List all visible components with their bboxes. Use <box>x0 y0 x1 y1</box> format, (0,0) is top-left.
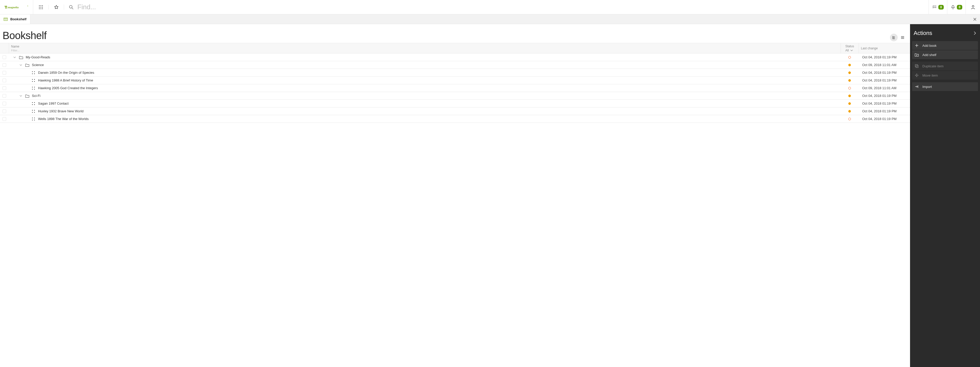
table-row[interactable]: Sagan 1997 ContactOct 04, 2018 01:19 PM <box>0 100 910 107</box>
notifications-button[interactable]: 0 <box>947 0 966 14</box>
table-row[interactable]: Wells 1898 The War of the WorldsOct 04, … <box>0 115 910 123</box>
expander-toggle[interactable] <box>13 57 16 58</box>
content-table: Name Filter... Status All Last change <box>0 43 910 123</box>
row-name-cell[interactable]: Sagan 1997 Contact <box>9 100 841 107</box>
list-view-icon <box>900 35 905 40</box>
close-tab-button[interactable] <box>970 14 980 24</box>
bell-icon <box>951 5 955 10</box>
action-move: Move item <box>912 71 978 79</box>
row-name-label: Huxley 1932 Brave New World <box>38 109 84 113</box>
expander-toggle[interactable] <box>19 95 22 97</box>
row-name-cell[interactable]: Darwin 1859 On the Origin of Species <box>9 69 841 76</box>
row-name-cell[interactable]: Sci-Fi <box>9 92 841 100</box>
folder-icon <box>25 94 29 98</box>
row-select[interactable] <box>0 69 9 76</box>
checkbox-icon[interactable] <box>3 102 6 105</box>
row-name-label: Science <box>32 63 44 67</box>
table-body: My-Good-ReadsOct 04, 2018 01:19 PMScienc… <box>0 54 910 123</box>
row-select[interactable] <box>0 115 9 122</box>
actions-header[interactable]: Actions <box>912 26 978 41</box>
row-last-change: Oct 04, 2018 01:19 PM <box>859 54 910 61</box>
row-select[interactable] <box>0 100 9 107</box>
table-row[interactable]: Huxley 1932 Brave New WorldOct 04, 2018 … <box>0 107 910 115</box>
checkbox-icon[interactable] <box>3 63 6 67</box>
th-select <box>0 43 9 53</box>
th-name-filter[interactable]: Filter... <box>11 49 838 52</box>
row-select[interactable] <box>0 107 9 115</box>
search-icon <box>69 5 74 10</box>
row-select[interactable] <box>0 54 9 61</box>
svg-point-29 <box>32 81 33 82</box>
page-title-row: Bookshelf <box>0 24 910 43</box>
row-status <box>841 107 859 115</box>
list-view-toggle[interactable] <box>899 34 907 41</box>
status-indicator-icon <box>848 102 851 105</box>
row-select[interactable] <box>0 76 9 84</box>
row-name-cell[interactable]: Hawking 2005 God Created the Integers <box>9 84 841 92</box>
svg-point-34 <box>34 89 35 89</box>
app-tab-bookshelf[interactable]: Bookshelf <box>0 14 30 24</box>
checkbox-icon[interactable] <box>3 117 6 121</box>
checkbox-icon[interactable] <box>3 71 6 75</box>
svg-point-7 <box>42 7 43 8</box>
th-name[interactable]: Name Filter... <box>9 43 841 53</box>
action-import[interactable]: Import <box>912 82 978 91</box>
status-indicator-icon <box>848 110 851 113</box>
profile-button[interactable] <box>966 0 980 14</box>
import-icon <box>915 85 919 88</box>
th-last-change[interactable]: Last change <box>859 43 910 53</box>
table-row[interactable]: Hawking 2005 God Created the IntegersOct… <box>0 84 910 92</box>
checkbox-icon[interactable] <box>3 86 6 90</box>
row-last-change: Oct 04, 2018 01:19 PM <box>859 100 910 107</box>
table-row[interactable]: My-Good-ReadsOct 04, 2018 01:19 PM <box>0 54 910 61</box>
th-status[interactable]: Status All <box>841 43 859 53</box>
row-name-cell[interactable]: My-Good-Reads <box>9 54 841 61</box>
tasks-button[interactable]: 0 <box>929 0 947 14</box>
row-select[interactable] <box>0 84 9 92</box>
table-row[interactable]: Darwin 1859 On the Origin of SpeciesOct … <box>0 69 910 76</box>
action-label: Add shelf <box>923 53 936 57</box>
app-launcher-button[interactable] <box>33 5 49 10</box>
checkbox-icon[interactable] <box>3 110 6 113</box>
tab-strip-filler <box>30 14 970 24</box>
svg-line-12 <box>72 8 73 9</box>
tree-view-toggle[interactable] <box>890 34 898 41</box>
close-icon <box>973 17 977 21</box>
content-icon <box>31 86 35 90</box>
table-row[interactable]: ScienceOct 09, 2018 11:01 AM <box>0 61 910 69</box>
checkbox-icon[interactable] <box>3 56 6 59</box>
status-indicator-icon <box>848 64 851 66</box>
row-select[interactable] <box>0 92 9 100</box>
content-icon <box>31 117 35 121</box>
action-add-shelf[interactable]: Add shelf <box>912 50 978 59</box>
actions-panel: Actions Add bookAdd shelfDuplicate itemM… <box>910 24 980 367</box>
checkbox-icon[interactable] <box>3 79 6 82</box>
row-name-cell[interactable]: Hawking 1988 A Brief History of Time <box>9 76 841 84</box>
row-select[interactable] <box>0 61 9 68</box>
row-status <box>841 115 859 122</box>
svg-point-36 <box>34 102 35 103</box>
status-indicator-icon <box>848 87 851 89</box>
action-label: Import <box>923 85 932 89</box>
svg-point-38 <box>34 104 35 105</box>
row-status <box>841 84 859 92</box>
svg-point-6 <box>40 7 41 8</box>
row-name-cell[interactable]: Huxley 1932 Brave New World <box>9 107 841 115</box>
action-add-book[interactable]: Add book <box>912 41 978 50</box>
checkbox-icon[interactable] <box>3 94 6 98</box>
app-tab-strip: Bookshelf <box>0 14 980 24</box>
favorites-button[interactable] <box>49 5 64 10</box>
search-input[interactable] <box>78 3 924 11</box>
row-name-cell[interactable]: Wells 1898 The War of the Worlds <box>9 115 841 122</box>
row-status <box>841 76 859 84</box>
expander-toggle[interactable] <box>19 64 22 66</box>
row-last-change: Oct 04, 2018 01:19 PM <box>859 69 910 76</box>
brand-logo[interactable]: magnolia <box>0 0 33 14</box>
row-name-cell[interactable]: Science <box>9 61 841 68</box>
th-status-filter[interactable]: All <box>845 49 849 52</box>
table-row[interactable]: Sci-FiOct 04, 2018 01:19 PM <box>0 92 910 100</box>
table-row[interactable]: Hawking 1988 A Brief History of TimeOct … <box>0 76 910 84</box>
svg-rect-16 <box>3 18 8 21</box>
svg-rect-52 <box>916 65 918 68</box>
svg-point-3 <box>40 5 41 6</box>
